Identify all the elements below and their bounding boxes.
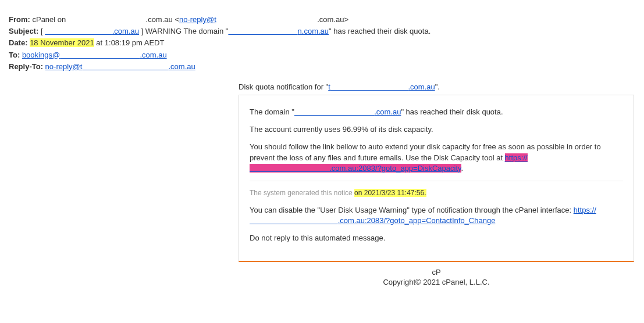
from-label: From: (9, 15, 30, 24)
divider (250, 181, 623, 181)
notice-date-highlight: on 2021/3/23 11:47:56. (354, 189, 426, 197)
subject-prefix: [ (38, 27, 45, 35)
reply-label: Reply-To: (9, 62, 43, 71)
quota-intro: Disk quota notification for "t .com.au". (239, 82, 634, 91)
subject-suffix: " has reached their disk quota. (329, 27, 430, 35)
from-domain2: .com.au (317, 15, 344, 24)
subject-domain-link[interactable]: .com.au (45, 27, 139, 35)
subject-mid: ] WARNING The domain " (139, 27, 228, 35)
panel-domain-link[interactable]: .com.au (294, 107, 401, 116)
intro-domain-link[interactable]: t .com.au (328, 82, 435, 91)
from-email-link[interactable]: no-reply@t (179, 15, 216, 24)
email-body: Disk quota notification for "t .com.au".… (239, 82, 634, 286)
subject-domain-link-2[interactable]: n.com.au (228, 27, 329, 35)
extend-instructions: You should follow the link bellow to aut… (250, 142, 623, 174)
footer-copyright: Copyright© 2021 cPanel, L.L.C. (239, 278, 634, 286)
disable-notification: You can disable the "User Disk Usage War… (250, 205, 623, 226)
to-email-link[interactable]: bookings@ .com.au (22, 51, 167, 59)
to-label: To: (9, 51, 20, 59)
to-line: To: bookings@ .com.au (9, 50, 635, 60)
reply-email-link[interactable]: no-reply@t .com.au (45, 62, 195, 71)
footer: cP Copyright© 2021 cPanel, L.L.C. (239, 268, 634, 286)
intro-pre: Disk quota notification for " (239, 82, 328, 91)
from-line: From: cPanel on .com.au <no-reply@t .com… (9, 15, 635, 25)
domain-reached-quota: The domain " .com.au" has reached their … (250, 107, 623, 117)
message-panel: The domain " .com.au" has reached their … (239, 95, 634, 262)
subject-line: Subject: [ .com.au ] WARNING The domain … (9, 26, 635, 37)
replyto-line: Reply-To: no-reply@t .com.au (9, 62, 635, 72)
from-domain: .com.au (146, 15, 173, 24)
email-headers: From: cPanel on .com.au <no-reply@t .com… (9, 15, 635, 72)
date-rest: at 1:08:19 pm AEDT (94, 38, 165, 47)
usage-percent: The account currently uses 96.99% of its… (250, 124, 623, 135)
system-notice: The system generated this notice on 2021… (250, 188, 623, 198)
angle-close: > (344, 15, 348, 24)
subject-label: Subject: (9, 27, 38, 35)
do-not-reply: Do not reply to this automated message. (250, 233, 623, 243)
angle-open: < (173, 15, 179, 24)
intro-post: ". (435, 82, 440, 91)
from-prefix: cPanel on (30, 15, 68, 24)
footer-brand: cP (239, 268, 634, 277)
date-line: Date: 18 November 2021 at 1:08:19 pm AED… (9, 38, 635, 48)
date-highlight: 18 November 2021 (30, 38, 94, 47)
date-label: Date: (9, 38, 28, 47)
